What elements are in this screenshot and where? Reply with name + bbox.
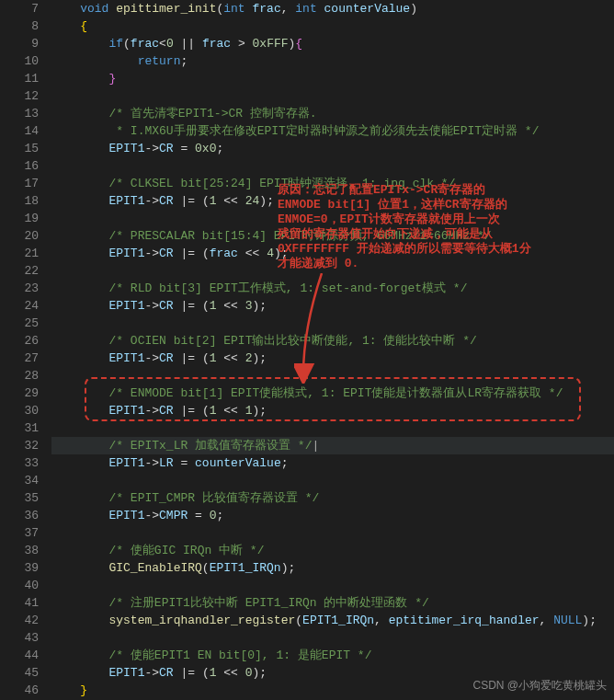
line-number: 19	[0, 210, 39, 227]
code-line: /* 首先清零EPIT1->CR 控制寄存器.	[51, 105, 614, 122]
code-line: /* OCIEN bit[2] EPIT输出比较中断使能, 1: 使能比较中断 …	[51, 332, 614, 350]
line-number: 28	[0, 367, 39, 384]
code-line: /* EPITx_LR 加载值寄存器设置 */|	[51, 437, 614, 454]
annotation-overlay: 原因：忘记了配置EPITx->CR寄存器的 ENMODE bit[1] 位置1，…	[278, 183, 531, 271]
line-number: 42	[0, 612, 39, 629]
line-number: 23	[0, 280, 39, 297]
line-number: 39	[0, 559, 39, 577]
code-line	[51, 629, 614, 647]
line-number: 9	[0, 35, 39, 52]
line-number: 24	[0, 297, 39, 315]
line-number: 18	[0, 192, 39, 210]
line-number: 41	[0, 594, 39, 612]
line-number: 31	[0, 419, 39, 437]
line-number: 11	[0, 70, 39, 87]
code-line: EPIT1->CR |= (1 << 3);	[51, 297, 614, 315]
code-line	[51, 419, 614, 437]
code-line: }	[51, 70, 614, 87]
code-line: /* 注册EPIT1比较中断 EPIT1_IRQn 的中断处理函数 */	[51, 594, 614, 612]
code-line: EPIT1->LR = counterValue;	[51, 454, 614, 472]
highlight-box	[85, 377, 581, 421]
line-number: 12	[0, 87, 39, 105]
line-number: 26	[0, 332, 39, 350]
line-number: 14	[0, 122, 39, 140]
line-number: 33	[0, 454, 39, 472]
line-number: 20	[0, 227, 39, 245]
watermark: CSDN @小狗爱吃黄桃罐头	[472, 677, 607, 694]
code-line: system_irqhandler_register(EPIT1_IRQn, e…	[51, 612, 614, 629]
code-line: return;	[51, 52, 614, 70]
code-line: if(frac<0 || frac > 0xFFF){	[51, 35, 614, 52]
code-line	[51, 315, 614, 332]
code-line	[51, 157, 614, 175]
code-area: void epittimer_init(int frac, int counte…	[51, 0, 614, 699]
code-line: {	[51, 17, 614, 35]
arrow-icon	[294, 273, 331, 384]
code-line: /* EPIT_CMPR 比较值寄存器设置 */	[51, 489, 614, 507]
line-number: 13	[0, 105, 39, 122]
line-number: 27	[0, 350, 39, 367]
line-number: 7	[0, 0, 39, 17]
line-number: 37	[0, 524, 39, 542]
line-number: 30	[0, 402, 39, 419]
code-line: /* RLD bit[3] EPIT工作模式, 1: set-and-forge…	[51, 280, 614, 297]
line-number: 21	[0, 245, 39, 262]
code-line: GIC_EnableIRQ(EPIT1_IRQn);	[51, 559, 614, 577]
line-number-gutter: 7891011121314151617181920212223242526272…	[0, 0, 51, 699]
code-line: /* 使能GIC IRQn 中断 */	[51, 542, 614, 559]
code-line: EPIT1->CMPR = 0;	[51, 507, 614, 524]
line-number: 16	[0, 157, 39, 175]
line-number: 10	[0, 52, 39, 70]
line-number: 32	[0, 437, 39, 454]
code-line: EPIT1->CR |= (1 << 2);	[51, 350, 614, 367]
line-number: 25	[0, 315, 39, 332]
line-number: 35	[0, 489, 39, 507]
line-number: 43	[0, 629, 39, 647]
line-number: 38	[0, 542, 39, 559]
line-number: 17	[0, 175, 39, 192]
line-number: 36	[0, 507, 39, 524]
line-number: 45	[0, 664, 39, 682]
code-line	[51, 577, 614, 594]
code-line: void epittimer_init(int frac, int counte…	[51, 0, 614, 17]
line-number: 44	[0, 647, 39, 664]
line-number: 29	[0, 384, 39, 402]
line-number: 22	[0, 262, 39, 280]
code-line: /* 使能EPIT1 EN bit[0], 1: 是能EPIT */	[51, 647, 614, 664]
line-number: 8	[0, 17, 39, 35]
code-line: EPIT1->CR = 0x0;	[51, 140, 614, 157]
code-line	[51, 472, 614, 489]
line-number: 40	[0, 577, 39, 594]
code-line: * I.MX6U手册要求在修改EPIT定时器时钟源之前必须先去使能EPIT定时器…	[51, 122, 614, 140]
code-line	[51, 524, 614, 542]
code-line	[51, 87, 614, 105]
line-number: 34	[0, 472, 39, 489]
line-number: 46	[0, 682, 39, 699]
line-number: 15	[0, 140, 39, 157]
